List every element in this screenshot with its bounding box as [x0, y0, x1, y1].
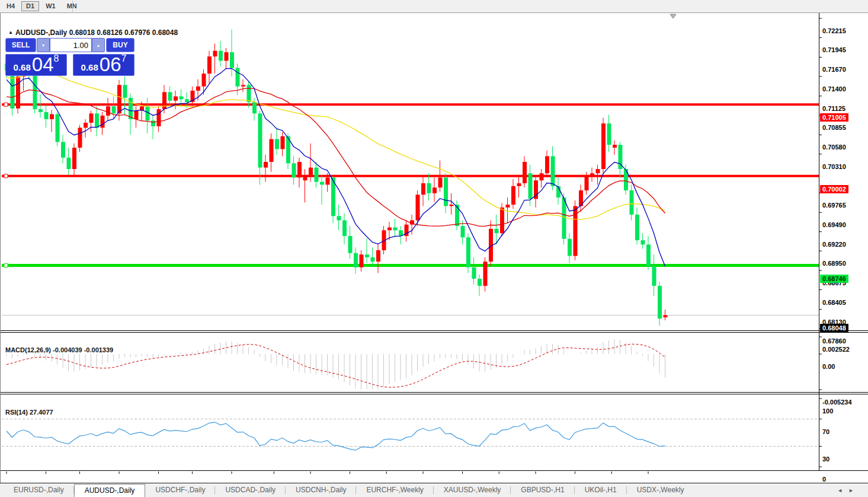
price-line-label: 0.68048: [820, 324, 848, 332]
price-axis-label: 0.71125: [822, 105, 845, 112]
price-axis-label: 0.72215: [822, 27, 846, 34]
timeframe-toolbar: H4D1W1MN: [0, 0, 868, 13]
price-axis-label: 0.71400: [822, 85, 846, 93]
tab-eurusd-daily[interactable]: EURUSD-,Daily: [4, 484, 74, 497]
tab-audusd-daily[interactable]: AUDUSD-,Daily: [74, 484, 146, 497]
collapse-arrow-icon[interactable]: ▲: [8, 30, 13, 35]
rsi-indicator-label: RSI(14) 27.4077: [5, 409, 53, 416]
tab-xauusd-weekly[interactable]: XAUUSD-,Weekly: [434, 484, 511, 497]
macd-indicator-label: MACD(12,26,9) -0.004039 -0.001339: [5, 346, 113, 353]
tab-usdcnh-daily[interactable]: USDCNH-,Daily: [286, 484, 356, 497]
rsi-axis-label: 0: [822, 476, 826, 483]
tab-scroll-arrows: ◄►: [837, 483, 860, 497]
timeframe-button-d1[interactable]: D1: [21, 1, 39, 11]
price-axis-label: 0.67860: [822, 337, 846, 345]
chart-window: ▲AUDUSD-,Daily 0.68018 0.68126 0.67976 0…: [0, 13, 868, 497]
volume-decrease-button[interactable]: ▼: [37, 38, 50, 52]
one-click-trade-panel: SELL ▼ ▲ BUY 0.68 04 8 0.68 06 7: [5, 38, 134, 76]
buy-price-display[interactable]: 0.68 06 7: [73, 54, 134, 76]
tab-ukoil-h1[interactable]: UKOil-,H1: [575, 484, 627, 497]
tab-scroll-right-icon[interactable]: ►: [848, 488, 860, 493]
price-axis-label: 0.69490: [822, 221, 846, 228]
volume-input[interactable]: [50, 38, 92, 52]
sell-button[interactable]: SELL: [5, 38, 36, 52]
price-axis-label: 0.68950: [822, 260, 846, 267]
chart-title: ▲AUDUSD-,Daily 0.68018 0.68126 0.67976 0…: [8, 28, 178, 37]
tab-usdcad-daily[interactable]: USDCAD-,Daily: [215, 484, 286, 497]
price-axis-label: 0.71945: [822, 46, 846, 53]
chart-shift-marker-icon: [670, 14, 676, 18]
timeframe-button-w1[interactable]: W1: [41, 1, 60, 11]
tab-usdx-weekly[interactable]: USDX-,Weekly: [627, 484, 694, 497]
tab-gbpusd-h1[interactable]: GBPUSD-,H1: [511, 484, 574, 497]
price-axis-label: 0.69765: [822, 202, 846, 209]
chart-canvas[interactable]: [1, 13, 868, 497]
macd-axis-label: -0.005234: [822, 399, 852, 406]
sell-price-display[interactable]: 0.68 04 8: [5, 54, 67, 76]
price-axis-label: 0.69220: [822, 241, 846, 248]
tab-scroll-left-icon[interactable]: ◄: [837, 488, 848, 493]
toolbar-separator: [72, 1, 73, 12]
chart-symbol-and-ohlc: AUDUSD-,Daily 0.68018 0.68126 0.67976 0.…: [15, 28, 178, 37]
volume-increase-button[interactable]: ▲: [92, 38, 105, 52]
price-axis-label: 0.71670: [822, 66, 846, 73]
price-line-label: 0.70002: [820, 185, 848, 193]
tab-usdchf-daily[interactable]: USDCHF-,Daily: [145, 484, 215, 497]
price-axis-label: 0.68405: [822, 299, 846, 306]
timeframe-button-h4[interactable]: H4: [2, 1, 20, 11]
rsi-axis-label: 70: [822, 428, 829, 435]
price-line-label: 0.71005: [820, 113, 848, 122]
symbol-tab-bar: EURUSD-,DailyAUDUSD-,DailyUSDCHF-,DailyU…: [0, 483, 868, 497]
macd-axis-label: 0.002522: [822, 346, 850, 353]
trade-panel-controls: SELL ▼ ▲ BUY: [5, 38, 134, 52]
price-axis-label: 0.70310: [822, 163, 846, 170]
macd-axis-label: 0.00: [822, 363, 835, 370]
tab-eurchf-weekly[interactable]: EURCHF-,Weekly: [356, 484, 433, 497]
price-axis-label: 0.70580: [822, 144, 846, 151]
trading-platform-window: { "toolbar": { "timeframes": [ {"label":…: [0, 0, 868, 497]
price-axis-label: 0.70855: [822, 124, 846, 131]
rsi-axis-label: 100: [822, 407, 833, 415]
rsi-axis-label: 30: [822, 455, 829, 463]
buy-button[interactable]: BUY: [106, 38, 134, 52]
price-line-label: 0.68746: [820, 275, 848, 283]
